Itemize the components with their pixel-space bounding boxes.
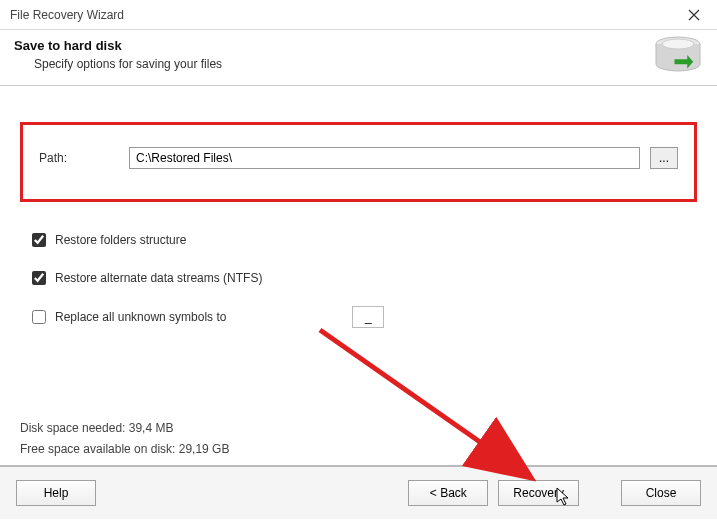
- recovery-button[interactable]: Recovery: [498, 480, 579, 506]
- path-section-highlight: Path: ...: [20, 122, 697, 202]
- restore-folders-option[interactable]: Restore folders structure: [28, 230, 689, 250]
- restore-folders-checkbox[interactable]: [32, 233, 46, 247]
- replace-symbols-label: Replace all unknown symbols to: [55, 310, 226, 324]
- path-input[interactable]: [129, 147, 640, 169]
- wizard-body: Path: ... Restore folders structure Rest…: [0, 85, 717, 465]
- window-title: File Recovery Wizard: [10, 8, 679, 22]
- help-button[interactable]: Help: [16, 480, 96, 506]
- page-subtitle: Specify options for saving your files: [34, 57, 703, 71]
- close-icon[interactable]: [679, 1, 709, 29]
- path-label: Path:: [39, 151, 119, 165]
- restore-folders-label: Restore folders structure: [55, 233, 186, 247]
- restore-ads-checkbox[interactable]: [32, 271, 46, 285]
- disk-space-available: Free space available on disk: 29,19 GB: [20, 439, 229, 459]
- hard-disk-icon: [653, 34, 703, 78]
- titlebar: File Recovery Wizard: [0, 0, 717, 30]
- restore-ads-option[interactable]: Restore alternate data streams (NTFS): [28, 268, 689, 288]
- replace-symbols-option[interactable]: Replace all unknown symbols to: [28, 306, 689, 328]
- restore-ads-label: Restore alternate data streams (NTFS): [55, 271, 262, 285]
- wizard-header: Save to hard disk Specify options for sa…: [0, 30, 717, 85]
- wizard-footer: Help < Back Recovery Close: [0, 465, 717, 519]
- disk-space-needed: Disk space needed: 39,4 MB: [20, 418, 229, 438]
- back-button[interactable]: < Back: [408, 480, 488, 506]
- replace-symbols-checkbox[interactable]: [32, 310, 46, 324]
- browse-button[interactable]: ...: [650, 147, 678, 169]
- page-heading: Save to hard disk: [14, 38, 703, 53]
- close-button[interactable]: Close: [621, 480, 701, 506]
- disk-stats: Disk space needed: 39,4 MB Free space av…: [20, 418, 229, 459]
- svg-point-1: [662, 39, 694, 49]
- replace-symbol-input[interactable]: [352, 306, 384, 328]
